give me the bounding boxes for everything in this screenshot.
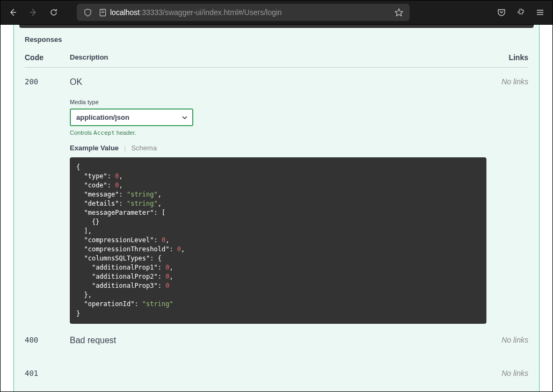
pocket-icon[interactable] bbox=[493, 4, 510, 20]
col-header-links: Links bbox=[496, 53, 528, 62]
response-code: 200 bbox=[25, 77, 70, 324]
response-links: No links bbox=[496, 336, 528, 357]
col-header-description: Description bbox=[70, 53, 496, 62]
reload-button[interactable] bbox=[46, 4, 62, 20]
page-info-icon[interactable] bbox=[95, 9, 110, 17]
shield-icon[interactable] bbox=[80, 9, 95, 17]
accept-header-note: Controls Accept header. bbox=[70, 129, 496, 136]
response-code: 400 bbox=[25, 336, 70, 357]
example-json-block[interactable]: { "type": 0, "code": 0, "message": "stri… bbox=[70, 157, 486, 324]
url-text: localhost:33333/swagger-ui/index.html#/U… bbox=[110, 8, 391, 17]
media-type-select[interactable]: application/json bbox=[70, 108, 193, 126]
response-row-400: 400 Bad request No links bbox=[25, 332, 528, 366]
reload-icon bbox=[49, 8, 58, 17]
extensions-icon[interactable] bbox=[513, 4, 529, 20]
response-code: 401 bbox=[25, 369, 70, 381]
media-type-label: Media type bbox=[70, 99, 496, 105]
response-description: Bad request bbox=[70, 336, 496, 345]
tab-schema[interactable]: Schema bbox=[131, 144, 157, 152]
col-header-code: Code bbox=[25, 53, 70, 62]
response-links: No links bbox=[496, 77, 528, 324]
menu-icon[interactable] bbox=[532, 4, 548, 20]
response-links: No links bbox=[496, 369, 528, 381]
address-bar[interactable]: localhost:33333/swagger-ui/index.html#/U… bbox=[77, 4, 410, 21]
tab-separator: | bbox=[124, 144, 126, 152]
forward-button[interactable] bbox=[25, 4, 41, 20]
response-description: OK bbox=[70, 77, 496, 87]
responses-heading: Responses bbox=[25, 35, 528, 43]
arrow-right-icon bbox=[29, 8, 38, 17]
bookmark-star-icon[interactable] bbox=[391, 8, 406, 17]
responses-header-row: Code Description Links bbox=[25, 53, 528, 68]
response-row-401: 401 No links bbox=[25, 366, 528, 389]
tab-example-value[interactable]: Example Value bbox=[70, 144, 119, 152]
arrow-left-icon bbox=[9, 8, 17, 17]
response-row-200: 200 OK Media type application/json bbox=[25, 74, 528, 332]
collapsed-section-bar bbox=[19, 25, 534, 28]
back-button[interactable] bbox=[5, 4, 21, 20]
